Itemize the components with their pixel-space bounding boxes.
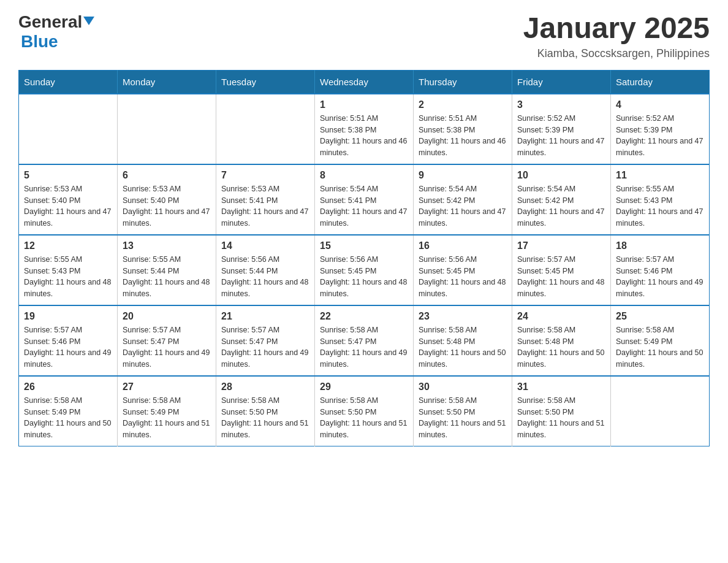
day-number: 5 xyxy=(24,170,112,181)
calendar-header-row: SundayMondayTuesdayWednesdayThursdayFrid… xyxy=(19,70,710,94)
day-number: 25 xyxy=(616,311,704,322)
day-number: 21 xyxy=(221,311,309,322)
calendar-header-saturday: Saturday xyxy=(611,70,710,94)
day-info: Sunrise: 5:56 AM Sunset: 5:45 PM Dayligh… xyxy=(419,254,507,300)
calendar-cell: 19Sunrise: 5:57 AM Sunset: 5:46 PM Dayli… xyxy=(19,305,118,376)
calendar-cell xyxy=(118,94,216,164)
calendar-cell: 15Sunrise: 5:56 AM Sunset: 5:45 PM Dayli… xyxy=(315,235,414,305)
calendar-cell: 25Sunrise: 5:58 AM Sunset: 5:49 PM Dayli… xyxy=(611,305,710,376)
calendar-cell: 6Sunrise: 5:53 AM Sunset: 5:40 PM Daylig… xyxy=(118,164,216,235)
day-info: Sunrise: 5:53 AM Sunset: 5:40 PM Dayligh… xyxy=(24,183,112,229)
day-info: Sunrise: 5:56 AM Sunset: 5:44 PM Dayligh… xyxy=(221,254,309,300)
day-info: Sunrise: 5:57 AM Sunset: 5:46 PM Dayligh… xyxy=(24,324,112,370)
day-number: 13 xyxy=(123,240,211,251)
day-info: Sunrise: 5:57 AM Sunset: 5:45 PM Dayligh… xyxy=(517,254,605,300)
calendar-cell: 17Sunrise: 5:57 AM Sunset: 5:45 PM Dayli… xyxy=(512,235,611,305)
calendar-cell: 23Sunrise: 5:58 AM Sunset: 5:48 PM Dayli… xyxy=(414,305,512,376)
day-info: Sunrise: 5:58 AM Sunset: 5:49 PM Dayligh… xyxy=(616,324,704,370)
day-info: Sunrise: 5:58 AM Sunset: 5:50 PM Dayligh… xyxy=(320,395,408,441)
title-area: January 2025 Kiamba, Soccsksargen, Phili… xyxy=(523,12,710,60)
day-info: Sunrise: 5:52 AM Sunset: 5:39 PM Dayligh… xyxy=(616,113,704,159)
day-number: 10 xyxy=(517,170,605,181)
day-number: 19 xyxy=(24,311,112,322)
day-number: 24 xyxy=(517,311,605,322)
calendar-cell: 5Sunrise: 5:53 AM Sunset: 5:40 PM Daylig… xyxy=(19,164,118,235)
day-info: Sunrise: 5:58 AM Sunset: 5:49 PM Dayligh… xyxy=(24,395,112,441)
calendar-cell: 9Sunrise: 5:54 AM Sunset: 5:42 PM Daylig… xyxy=(414,164,512,235)
calendar-cell xyxy=(19,94,118,164)
day-number: 6 xyxy=(123,170,211,181)
calendar-cell: 10Sunrise: 5:54 AM Sunset: 5:42 PM Dayli… xyxy=(512,164,611,235)
calendar-header-sunday: Sunday xyxy=(19,70,118,94)
day-number: 12 xyxy=(24,240,112,251)
day-number: 4 xyxy=(616,99,704,110)
day-number: 30 xyxy=(419,381,507,393)
calendar-cell: 28Sunrise: 5:58 AM Sunset: 5:50 PM Dayli… xyxy=(216,376,315,446)
day-info: Sunrise: 5:52 AM Sunset: 5:39 PM Dayligh… xyxy=(517,113,605,159)
day-info: Sunrise: 5:51 AM Sunset: 5:38 PM Dayligh… xyxy=(320,113,408,159)
day-info: Sunrise: 5:57 AM Sunset: 5:47 PM Dayligh… xyxy=(221,324,309,370)
location-title: Kiamba, Soccsksargen, Philippines xyxy=(523,47,710,60)
day-number: 31 xyxy=(517,381,605,393)
day-info: Sunrise: 5:55 AM Sunset: 5:43 PM Dayligh… xyxy=(616,183,704,229)
day-info: Sunrise: 5:54 AM Sunset: 5:42 PM Dayligh… xyxy=(517,183,605,229)
day-number: 14 xyxy=(221,240,309,251)
logo-blue-text: Blue xyxy=(21,32,58,51)
day-info: Sunrise: 5:58 AM Sunset: 5:50 PM Dayligh… xyxy=(419,395,507,441)
calendar-week-4: 19Sunrise: 5:57 AM Sunset: 5:46 PM Dayli… xyxy=(19,305,710,376)
calendar-header-friday: Friday xyxy=(512,70,611,94)
calendar-cell: 3Sunrise: 5:52 AM Sunset: 5:39 PM Daylig… xyxy=(512,94,611,164)
day-number: 28 xyxy=(221,381,309,393)
calendar-cell: 11Sunrise: 5:55 AM Sunset: 5:43 PM Dayli… xyxy=(611,164,710,235)
calendar-cell: 22Sunrise: 5:58 AM Sunset: 5:47 PM Dayli… xyxy=(315,305,414,376)
day-number: 11 xyxy=(616,170,704,181)
day-number: 2 xyxy=(419,99,507,110)
day-info: Sunrise: 5:55 AM Sunset: 5:43 PM Dayligh… xyxy=(24,254,112,300)
day-info: Sunrise: 5:58 AM Sunset: 5:50 PM Dayligh… xyxy=(517,395,605,441)
calendar-week-3: 12Sunrise: 5:55 AM Sunset: 5:43 PM Dayli… xyxy=(19,235,710,305)
day-info: Sunrise: 5:53 AM Sunset: 5:41 PM Dayligh… xyxy=(221,183,309,229)
calendar-cell: 20Sunrise: 5:57 AM Sunset: 5:47 PM Dayli… xyxy=(118,305,216,376)
day-number: 15 xyxy=(320,240,408,251)
day-info: Sunrise: 5:57 AM Sunset: 5:47 PM Dayligh… xyxy=(123,324,211,370)
logo-general-text: General xyxy=(18,12,82,32)
day-number: 26 xyxy=(24,381,112,393)
day-number: 9 xyxy=(419,170,507,181)
day-info: Sunrise: 5:58 AM Sunset: 5:50 PM Dayligh… xyxy=(221,395,309,441)
day-number: 1 xyxy=(320,99,408,110)
month-title: January 2025 xyxy=(523,12,710,45)
day-info: Sunrise: 5:57 AM Sunset: 5:46 PM Dayligh… xyxy=(616,254,704,300)
day-info: Sunrise: 5:55 AM Sunset: 5:44 PM Dayligh… xyxy=(123,254,211,300)
day-number: 27 xyxy=(123,381,211,393)
day-info: Sunrise: 5:58 AM Sunset: 5:48 PM Dayligh… xyxy=(517,324,605,370)
day-number: 16 xyxy=(419,240,507,251)
day-number: 18 xyxy=(616,240,704,251)
calendar-cell: 24Sunrise: 5:58 AM Sunset: 5:48 PM Dayli… xyxy=(512,305,611,376)
day-info: Sunrise: 5:58 AM Sunset: 5:48 PM Dayligh… xyxy=(419,324,507,370)
day-number: 8 xyxy=(320,170,408,181)
calendar-cell: 13Sunrise: 5:55 AM Sunset: 5:44 PM Dayli… xyxy=(118,235,216,305)
day-info: Sunrise: 5:54 AM Sunset: 5:41 PM Dayligh… xyxy=(320,183,408,229)
day-info: Sunrise: 5:51 AM Sunset: 5:38 PM Dayligh… xyxy=(419,113,507,159)
day-info: Sunrise: 5:54 AM Sunset: 5:42 PM Dayligh… xyxy=(419,183,507,229)
day-info: Sunrise: 5:58 AM Sunset: 5:49 PM Dayligh… xyxy=(123,395,211,441)
calendar-cell: 8Sunrise: 5:54 AM Sunset: 5:41 PM Daylig… xyxy=(315,164,414,235)
day-number: 7 xyxy=(221,170,309,181)
calendar-cell: 14Sunrise: 5:56 AM Sunset: 5:44 PM Dayli… xyxy=(216,235,315,305)
day-number: 17 xyxy=(517,240,605,251)
calendar-cell: 12Sunrise: 5:55 AM Sunset: 5:43 PM Dayli… xyxy=(19,235,118,305)
calendar-header-wednesday: Wednesday xyxy=(315,70,414,94)
calendar-week-2: 5Sunrise: 5:53 AM Sunset: 5:40 PM Daylig… xyxy=(19,164,710,235)
day-number: 22 xyxy=(320,311,408,322)
day-number: 29 xyxy=(320,381,408,393)
calendar-table: SundayMondayTuesdayWednesdayThursdayFrid… xyxy=(18,70,710,446)
calendar-cell: 1Sunrise: 5:51 AM Sunset: 5:38 PM Daylig… xyxy=(315,94,414,164)
calendar-cell: 21Sunrise: 5:57 AM Sunset: 5:47 PM Dayli… xyxy=(216,305,315,376)
calendar-cell xyxy=(216,94,315,164)
day-number: 3 xyxy=(517,99,605,110)
calendar-cell: 7Sunrise: 5:53 AM Sunset: 5:41 PM Daylig… xyxy=(216,164,315,235)
logo-triangle-icon xyxy=(83,17,94,25)
day-number: 23 xyxy=(419,311,507,322)
calendar-cell: 4Sunrise: 5:52 AM Sunset: 5:39 PM Daylig… xyxy=(611,94,710,164)
calendar-cell: 2Sunrise: 5:51 AM Sunset: 5:38 PM Daylig… xyxy=(414,94,512,164)
